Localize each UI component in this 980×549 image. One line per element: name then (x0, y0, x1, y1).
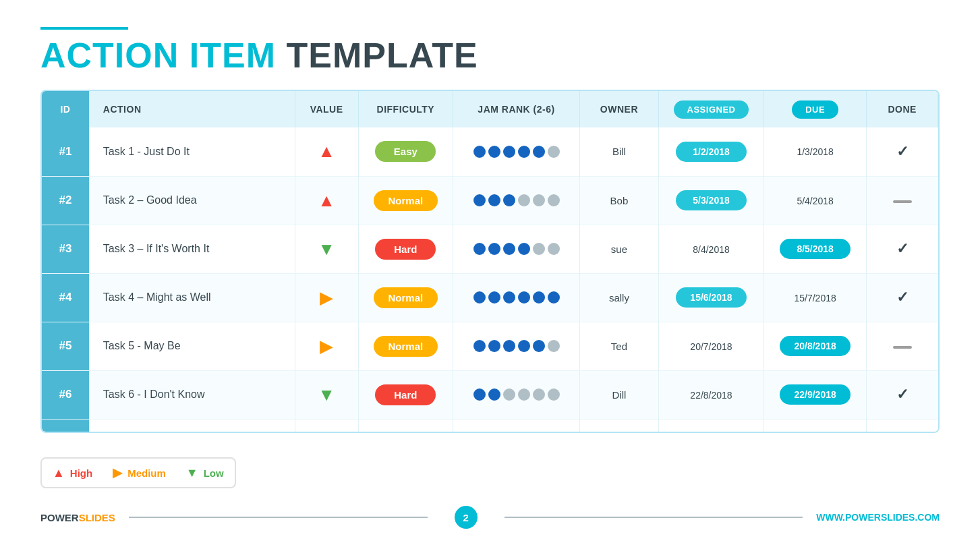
jam-dot (533, 243, 545, 255)
cell-assigned: 1/2/2018 (659, 127, 764, 176)
cell-difficulty: Normal (358, 176, 453, 225)
done-check-icon: ✓ (896, 240, 909, 257)
cell-id: #4 (42, 273, 89, 322)
page-title: ACTION ITEM TEMPLATE (40, 36, 940, 75)
done-dash-icon (893, 346, 912, 349)
cell-difficulty: Normal (358, 322, 453, 370)
cell-difficulty: Hard (358, 370, 453, 419)
footer-brand: POWERSLIDES (40, 512, 115, 523)
jam-dot (533, 194, 545, 206)
cell-value: ▼ (295, 370, 358, 419)
table-header-row: ID ACTION VALUE DIFFICULTY JAM RANK (2-6… (42, 91, 938, 127)
cell-difficulty: Easy (358, 419, 453, 433)
cell-due: 8/5/2018 (763, 225, 866, 273)
jam-dot (473, 291, 486, 304)
jam-dot (533, 146, 545, 158)
legend-medium-label: Medium (127, 467, 166, 479)
jam-dot (548, 194, 560, 206)
jam-dot (473, 388, 486, 401)
jam-dots (460, 291, 573, 304)
jam-dot (503, 340, 515, 352)
due-pill: 22/9/2018 (780, 384, 851, 405)
cell-assigned: 22/8/2018 (659, 370, 764, 419)
cell-owner: sally (579, 273, 658, 322)
cell-due: 20/8/2018 (763, 322, 866, 370)
footer-line-left (129, 517, 428, 518)
table-row: #3Task 3 – If It's Worth It▼Hardsue8/4/2… (42, 225, 938, 273)
cell-jamrank (453, 225, 580, 273)
cell-value: ▶ (295, 273, 358, 322)
arrow-down-icon: ▼ (186, 466, 198, 480)
due-plain: 15/7/2018 (794, 293, 836, 304)
title-normal-text: TEMPLATE (286, 36, 478, 75)
cell-jamrank (453, 370, 580, 419)
jam-dot (488, 243, 500, 255)
assigned-pill: 15/6/2018 (676, 287, 747, 308)
assigned-pill: 1/2/2018 (676, 142, 747, 162)
cell-assigned: 20/7/2018 (659, 322, 764, 370)
jam-dot (518, 243, 530, 255)
cell-id: #6 (42, 370, 89, 419)
footer-brand-accent: SLIDES (79, 512, 115, 523)
legend-low-label: Low (204, 467, 224, 479)
cell-owner: Bill (579, 419, 658, 433)
jam-dot (548, 243, 560, 255)
cell-done: ✓ (867, 127, 938, 176)
cell-assigned: 5/3/2018 (659, 176, 764, 225)
col-id: ID (42, 91, 89, 127)
col-action: ACTION (89, 91, 295, 127)
assigned-plain: 20/7/2018 (690, 341, 732, 352)
done-dash-icon (893, 200, 912, 203)
value-arrow-up-icon: ▲ (318, 190, 335, 210)
jam-dots (460, 146, 573, 158)
cell-due: 5/4/2018 (763, 176, 866, 225)
cell-action: Task 1 - Just Do It (89, 127, 295, 176)
jam-dot (518, 291, 530, 304)
difficulty-pill: Easy (375, 141, 436, 162)
footer-page-number: 2 (455, 506, 478, 529)
assigned-pill: 5/3/2018 (676, 190, 747, 210)
jam-dot (488, 291, 500, 304)
footer-line-right (505, 517, 803, 518)
footer-url: WWW.POWERSLIDES.COM (816, 512, 940, 523)
jam-dot (488, 388, 500, 401)
cell-value: ▼ (295, 225, 358, 273)
cell-jamrank (453, 322, 580, 370)
cell-done: ✓ (867, 273, 938, 322)
cell-assigned: 15/6/2018 (659, 273, 764, 322)
table-row: #5Task 5 - May Be▶NormalTed20/7/201820/8… (42, 322, 938, 370)
header-line (40, 27, 128, 30)
jam-dots (460, 388, 573, 401)
jam-dot (473, 146, 486, 158)
jam-dot (503, 388, 515, 401)
cell-owner: Bob (579, 176, 658, 225)
due-plain: 1/3/2018 (797, 146, 834, 157)
legend: ▲ High ▶ Medium ▼ Low (40, 457, 236, 488)
cell-difficulty: Hard (358, 225, 453, 273)
cell-id: #3 (42, 225, 89, 273)
col-assigned: ASSIGNED (659, 91, 764, 127)
cell-value: ▲ (295, 419, 358, 433)
jam-dot (533, 291, 545, 304)
cell-id: #7 (42, 419, 89, 433)
jam-dot (518, 388, 530, 401)
value-arrow-right-icon: ▶ (320, 287, 333, 308)
assigned-plain: 8/4/2018 (693, 244, 730, 255)
jam-dots (460, 340, 573, 352)
jam-dot (503, 291, 515, 304)
cell-owner: Dill (579, 370, 658, 419)
jam-dot (488, 146, 500, 158)
cell-assigned: 30/10/2018 (659, 419, 764, 433)
col-value: VALUE (295, 91, 358, 127)
cell-done (867, 419, 938, 433)
cell-id: #2 (42, 176, 89, 225)
difficulty-pill: Hard (375, 384, 436, 405)
cell-done (867, 176, 938, 225)
cell-jamrank (453, 419, 580, 433)
page: ACTION ITEM TEMPLATE ID ACTION VALUE DIF… (0, 0, 980, 549)
jam-dot (473, 340, 486, 352)
action-table: ID ACTION VALUE DIFFICULTY JAM RANK (2-6… (42, 91, 938, 433)
cell-difficulty: Easy (358, 127, 453, 176)
cell-assigned: 8/4/2018 (659, 225, 764, 273)
jam-dot (533, 340, 545, 352)
